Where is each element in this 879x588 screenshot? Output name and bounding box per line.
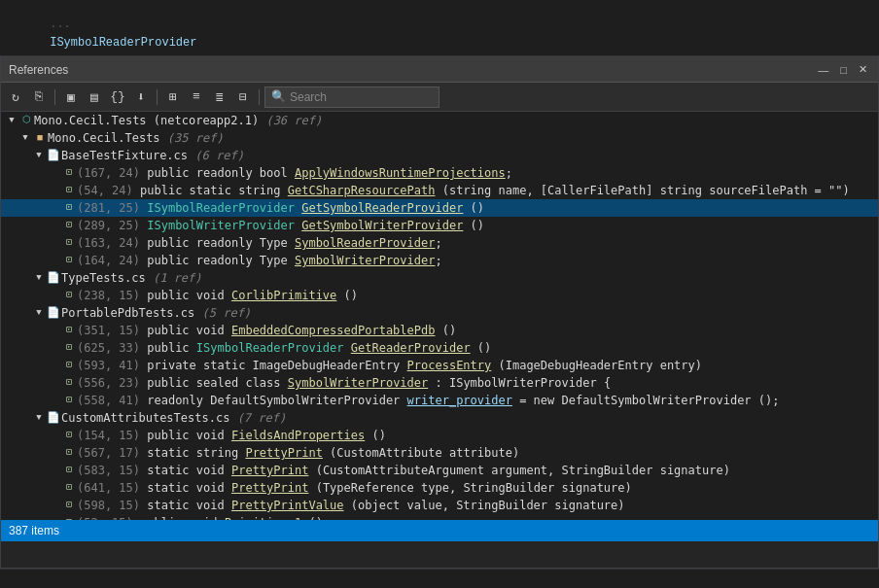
list-item[interactable]: ⊡ (164, 24) public readonly Type SymbolW…	[1, 252, 878, 269]
references-panel: References — □ ✕ ↻ ⎘ ▣ ▤ {} ⬇ ⊞ ≡ ≣ ⊟ 🔍	[0, 56, 879, 569]
code-snippet-top: ··· ISymbolReaderProvider GetSymbolReade…	[0, 0, 879, 56]
method-icon-8: ⊡	[61, 322, 77, 339]
item-text-9: (625, 33) public ISymbolReaderProvider G…	[77, 339, 491, 357]
typetests-label: TypeTests.cs (1 ref)	[61, 269, 202, 287]
bottom-code-line: ISymbolReaderProvider GetSymbolReaderPro…	[8, 571, 871, 588]
method-icon-14: ⊡	[61, 444, 77, 462]
tree-base-fixture[interactable]: ▼ 📄 BaseTestFixture.cs (6 ref)	[1, 147, 878, 164]
statusbar-text: 387 items	[9, 524, 59, 537]
method-icon-3: ⊡	[61, 199, 77, 217]
portablepdb-label: PortablePdbTests.cs (5 ref)	[61, 304, 251, 322]
list-item[interactable]: ⊡ (641, 15) static void PrettyPrint (Typ…	[1, 479, 878, 497]
toolbar-sep-3	[259, 89, 260, 105]
method-icon-17: ⊡	[61, 497, 77, 514]
search-icon: 🔍	[271, 89, 286, 104]
list-item[interactable]: ⊡ (163, 24) public readonly Type SymbolR…	[1, 234, 878, 252]
root-label: Mono.Cecil.Tests (netcoreapp2.1) (36 ref…	[34, 112, 322, 129]
item-text-5: (163, 24) public readonly Type SymbolRea…	[77, 234, 442, 252]
view-btn-4[interactable]: ⬇	[130, 86, 152, 108]
panel-maximize-btn[interactable]: □	[837, 63, 850, 77]
method-icon-10: ⊡	[61, 357, 77, 374]
list-item[interactable]: ⊡ (625, 33) public ISymbolReaderProvider…	[1, 339, 878, 357]
cs-icon-type: 📄	[46, 269, 61, 287]
item-text-12: (558, 41) readonly DefaultSymbolWriterPr…	[77, 392, 779, 409]
list-item[interactable]: ⊡ (351, 15) public void EmbeddedCompress…	[1, 322, 878, 339]
search-box[interactable]: 🔍	[264, 86, 440, 108]
customattr-label: CustomAttributesTests.cs (7 ref)	[61, 409, 286, 427]
method-icon-7: ⊡	[61, 287, 77, 304]
tree-customattributes[interactable]: ▼ 📄 CustomAttributesTests.cs (7 ref)	[1, 409, 878, 427]
method-icon-16: ⊡	[61, 479, 77, 497]
cs-icon-custom: 📄	[46, 409, 61, 427]
item-text-16: (641, 15) static void PrettyPrint (TypeR…	[77, 479, 632, 497]
expand-arrow-custom: ▼	[32, 409, 46, 427]
list-item[interactable]: ⊡ (556, 23) public sealed class SymbolWr…	[1, 374, 878, 392]
view-btn-2[interactable]: ▤	[84, 86, 105, 108]
expand-arrow-l1: ▼	[18, 129, 32, 147]
base-fixture-label: BaseTestFixture.cs (6 ref)	[61, 147, 244, 164]
bottom-code: ISymbolReaderProvider GetSymbolReaderPro…	[0, 569, 879, 588]
cs-icon-base: 📄	[46, 147, 61, 164]
toolbar-sep-1	[54, 89, 55, 105]
item-text-13: (154, 15) public void FieldsAndPropertie…	[77, 427, 386, 444]
list-item[interactable]: ⊡ (593, 41) private static ImageDebugHea…	[1, 357, 878, 374]
panel-title: References	[9, 63, 68, 77]
tree-container[interactable]: ▼ ⬡ Mono.Cecil.Tests (netcoreapp2.1) (36…	[1, 112, 878, 520]
method-icon-5: ⊡	[61, 234, 77, 252]
toolbar: ↻ ⎘ ▣ ▤ {} ⬇ ⊞ ≡ ≣ ⊟ 🔍	[1, 83, 878, 112]
item-text-15: (583, 15) static void PrettyPrint (Custo…	[77, 462, 730, 479]
panel-titlebar: References — □ ✕	[1, 57, 878, 83]
list-item[interactable]: ⊡ (567, 17) static string PrettyPrint (C…	[1, 444, 878, 462]
expand-arrow-root: ▼	[5, 112, 18, 129]
item-text-7: (238, 15) public void CorlibPrimitive ()	[77, 287, 358, 304]
list-item[interactable]: ⊡ (167, 24) public readonly bool ApplyWi…	[1, 164, 878, 182]
group-btn[interactable]: ⊞	[162, 86, 184, 108]
method-icon-15: ⊡	[61, 462, 77, 479]
mono-tests-label: Mono.Cecil.Tests (35 ref)	[48, 129, 224, 147]
tree-mono-cecil-tests[interactable]: ▼ ■ Mono.Cecil.Tests (35 ref)	[1, 129, 878, 147]
root-icon: ⬡	[18, 112, 34, 129]
item-text-1: (167, 24) public readonly bool ApplyWind…	[77, 164, 512, 182]
tree-typetests[interactable]: ▼ 📄 TypeTests.cs (1 ref)	[1, 269, 878, 287]
copy-btn[interactable]: ⎘	[28, 86, 50, 108]
cs-icon-pdb: 📄	[46, 304, 61, 322]
tree-root[interactable]: ▼ ⬡ Mono.Cecil.Tests (netcoreapp2.1) (36…	[1, 112, 878, 129]
item-text-17: (598, 15) static void PrettyPrintValue (…	[77, 497, 625, 514]
list-item[interactable]: ⊡ (54, 24) public static string GetCShar…	[1, 182, 878, 199]
list-btn-2[interactable]: ≣	[209, 86, 230, 108]
list-item[interactable]: ⊡ (583, 15) static void PrettyPrint (Cus…	[1, 462, 878, 479]
item-text-11: (556, 23) public sealed class SymbolWrit…	[77, 374, 611, 392]
list-item[interactable]: ⊡ (281, 25) ISymbolReaderProvider GetSym…	[1, 199, 878, 217]
toolbar-sep-2	[157, 89, 158, 105]
method-icon-9: ⊡	[61, 339, 77, 357]
view-btn-3[interactable]: {}	[107, 86, 128, 108]
view-btn-1[interactable]: ▣	[60, 86, 82, 108]
method-icon-12: ⊡	[61, 392, 77, 409]
item-text-6: (164, 24) public readonly Type SymbolWri…	[77, 252, 442, 269]
list-item[interactable]: ⊡ (598, 15) static void PrettyPrintValue…	[1, 497, 878, 514]
list-item[interactable]: ⊡ (558, 41) readonly DefaultSymbolWriter…	[1, 392, 878, 409]
search-input[interactable]	[290, 90, 426, 104]
item-text-2: (54, 24) public static string GetCSharpR…	[77, 182, 850, 199]
list-item[interactable]: ⊡ (238, 15) public void CorlibPrimitive …	[1, 287, 878, 304]
expand-arrow-base: ▼	[32, 147, 46, 164]
list-btn-1[interactable]: ≡	[186, 86, 207, 108]
method-icon-1: ⊡	[61, 164, 77, 182]
list-item[interactable]: ⊡ (289, 25) ISymbolWriterProvider GetSym…	[1, 217, 878, 234]
expand-arrow-pdb: ▼	[32, 304, 46, 322]
panel-minimize-btn[interactable]: —	[815, 63, 831, 77]
method-icon-11: ⊡	[61, 374, 77, 392]
item-text-10: (593, 41) private static ImageDebugHeade…	[77, 357, 702, 374]
item-text-4: (289, 25) ISymbolWriterProvider GetSymbo…	[77, 217, 484, 234]
panel-controls: — □ ✕	[815, 62, 870, 77]
method-icon-13: ⊡	[61, 427, 77, 444]
folder-icon: ■	[32, 129, 48, 147]
method-icon-2: ⊡	[61, 182, 77, 199]
method-icon-6: ⊡	[61, 252, 77, 269]
tree-portablepdb[interactable]: ▼ 📄 PortablePdbTests.cs (5 ref)	[1, 304, 878, 322]
expand-arrow-type: ▼	[32, 269, 46, 287]
panel-close-btn[interactable]: ✕	[856, 62, 870, 77]
list-item[interactable]: ⊡ (154, 15) public void FieldsAndPropert…	[1, 427, 878, 444]
collapse-btn[interactable]: ⊟	[232, 86, 254, 108]
refresh-btn[interactable]: ↻	[5, 86, 26, 108]
